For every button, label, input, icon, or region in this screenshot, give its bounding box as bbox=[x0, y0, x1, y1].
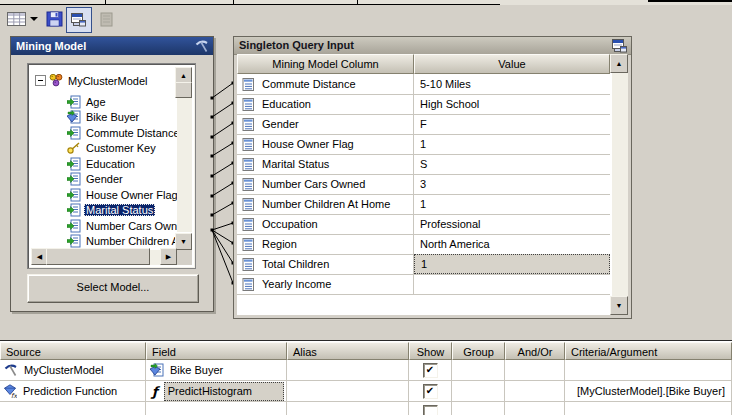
top-grid-tick bbox=[357, 0, 358, 4]
singleton-scroll-up-button[interactable]: ▲ bbox=[610, 54, 628, 73]
group-cell[interactable] bbox=[452, 381, 505, 402]
report-disabled-icon bbox=[99, 12, 114, 27]
singleton-row-marital-status: Marital Status S bbox=[237, 154, 610, 175]
column-sheet-icon bbox=[242, 258, 255, 271]
field-cell-selected[interactable]: PredictHistogram bbox=[164, 382, 284, 401]
value-cell-selected[interactable]: 1 bbox=[414, 254, 610, 274]
field-cell[interactable]: ƒ PredictHistogram bbox=[146, 381, 287, 402]
top-grid-tick bbox=[105, 0, 106, 4]
column-header-show[interactable]: Show bbox=[409, 342, 452, 360]
column-header-group[interactable]: Group bbox=[452, 342, 505, 360]
value-cell[interactable]: 1 bbox=[414, 134, 610, 154]
column-sheet-icon bbox=[242, 178, 255, 191]
group-cell[interactable] bbox=[452, 360, 505, 381]
tree-item-age[interactable]: Age bbox=[67, 94, 108, 109]
singleton-vscroll-track[interactable] bbox=[612, 54, 628, 315]
show-checkbox-unchecked[interactable] bbox=[423, 405, 438, 415]
tree-item-number-children[interactable]: Number Children At Home bbox=[67, 233, 177, 248]
tree-content: MyClusterModel Age Bike Buyer Commute Di… bbox=[31, 67, 177, 250]
tree-item-house-owner-flag[interactable]: House Owner Flag bbox=[67, 187, 177, 202]
tree-scroll-down-button[interactable]: ▼ bbox=[175, 233, 192, 250]
value-cell[interactable]: S bbox=[414, 154, 610, 174]
tree-vscroll-thumb[interactable] bbox=[175, 82, 192, 98]
singleton-scroll-down-button[interactable]: ▼ bbox=[610, 296, 628, 315]
column-sheet-icon bbox=[242, 98, 255, 111]
tree-root-myclustermodel[interactable]: MyClusterModel bbox=[35, 73, 149, 88]
tree-item-gender[interactable]: Gender bbox=[67, 171, 125, 186]
column-header-source[interactable]: Source bbox=[0, 342, 146, 360]
dropdown-arrow-icon[interactable] bbox=[30, 17, 38, 21]
andor-cell[interactable] bbox=[505, 381, 565, 402]
singleton-query-input-panel: Singleton Query Input Mining Model Colum… bbox=[233, 36, 632, 319]
predictable-column-icon bbox=[67, 110, 81, 124]
column-header-field[interactable]: Field bbox=[146, 342, 287, 360]
value-cell[interactable]: 5-10 Miles bbox=[414, 74, 610, 94]
arrow-up-icon: ▲ bbox=[616, 60, 623, 67]
tree-item-number-cars-owned[interactable]: Number Cars Owned bbox=[67, 218, 177, 233]
tree-item-marital-status[interactable]: Marital Status bbox=[67, 202, 155, 217]
value-cell[interactable]: High School bbox=[414, 94, 610, 114]
input-column-icon bbox=[67, 95, 81, 109]
input-column-icon bbox=[67, 219, 81, 233]
column-sheet-icon bbox=[242, 78, 255, 91]
andor-cell[interactable] bbox=[505, 360, 565, 381]
value-cell[interactable]: F bbox=[414, 114, 610, 134]
singleton-row-total-children: Total Children 1 bbox=[237, 254, 610, 275]
show-checkbox-checked[interactable]: ✔ bbox=[423, 384, 438, 399]
alias-cell[interactable] bbox=[287, 360, 409, 381]
value-cell[interactable] bbox=[414, 274, 610, 294]
column-header-alias[interactable]: Alias bbox=[287, 342, 409, 360]
column-header-mining-model-column[interactable]: Mining Model Column bbox=[237, 54, 414, 74]
source-cell[interactable]: Prediction Function bbox=[0, 381, 146, 402]
collapse-icon[interactable] bbox=[35, 75, 46, 86]
alias-cell[interactable] bbox=[287, 402, 409, 415]
tree-hscroll-thumb[interactable] bbox=[46, 248, 150, 265]
cluster-icon bbox=[49, 74, 63, 87]
tree-item-bike-buyer[interactable]: Bike Buyer bbox=[67, 109, 141, 124]
mining-model-title: Mining Model bbox=[16, 40, 86, 52]
criteria-cell[interactable] bbox=[565, 402, 732, 415]
group-cell[interactable] bbox=[452, 402, 505, 415]
tree-item-education[interactable]: Education bbox=[67, 156, 137, 171]
value-cell[interactable]: 3 bbox=[414, 174, 610, 194]
column-sheet-icon bbox=[242, 218, 255, 231]
check-icon: ✔ bbox=[426, 365, 434, 375]
singleton-row-yearly-income: Yearly Income bbox=[237, 274, 610, 295]
tree-scroll-right-button[interactable]: ▶ bbox=[160, 248, 177, 265]
arrow-up-icon: ▲ bbox=[180, 72, 187, 79]
pickaxe-icon bbox=[4, 363, 18, 377]
column-sheet-icon bbox=[242, 158, 255, 171]
value-cell[interactable]: 1 bbox=[414, 194, 610, 214]
select-model-button[interactable]: Select Model... bbox=[27, 274, 199, 303]
criteria-cell[interactable] bbox=[565, 360, 732, 381]
show-checkbox-checked[interactable]: ✔ bbox=[423, 363, 438, 378]
criteria-cell[interactable]: [MyClusterModel].[Bike Buyer] bbox=[565, 381, 732, 402]
tree-vscroll-track[interactable] bbox=[177, 82, 192, 232]
tree-item-customer-key[interactable]: Customer Key bbox=[67, 140, 158, 155]
tree-item-commute-distance[interactable]: Commute Distance bbox=[67, 125, 177, 140]
value-cell[interactable]: Professional bbox=[414, 214, 610, 234]
mining-model-caption: Mining Model bbox=[11, 37, 213, 55]
arrow-down-icon: ▼ bbox=[616, 302, 623, 309]
alias-cell[interactable] bbox=[287, 381, 409, 402]
andor-cell[interactable] bbox=[505, 402, 565, 415]
save-button[interactable] bbox=[42, 7, 66, 31]
field-cell[interactable] bbox=[146, 402, 287, 415]
result-view-button[interactable] bbox=[4, 7, 28, 31]
source-cell[interactable]: MyClusterModel bbox=[0, 360, 146, 381]
value-cell[interactable]: North America bbox=[414, 234, 610, 254]
toolbar bbox=[0, 5, 732, 33]
field-cell[interactable]: Bike Buyer bbox=[146, 360, 287, 381]
input-column-icon bbox=[67, 203, 81, 217]
singleton-title: Singleton Query Input bbox=[239, 39, 354, 51]
singleton-query-button[interactable] bbox=[66, 7, 92, 33]
source-cell[interactable] bbox=[0, 402, 146, 415]
column-header-andor[interactable]: And/Or bbox=[505, 342, 565, 360]
tree-root-label: MyClusterModel bbox=[66, 75, 149, 87]
singleton-row-region: Region North America bbox=[237, 234, 610, 255]
singleton-query-form-icon bbox=[71, 13, 87, 27]
column-header-value[interactable]: Value bbox=[414, 54, 610, 74]
column-header-criteria-argument[interactable]: Criteria/Argument bbox=[565, 342, 732, 360]
singleton-form-icon bbox=[612, 39, 628, 53]
key-column-icon bbox=[67, 141, 81, 155]
